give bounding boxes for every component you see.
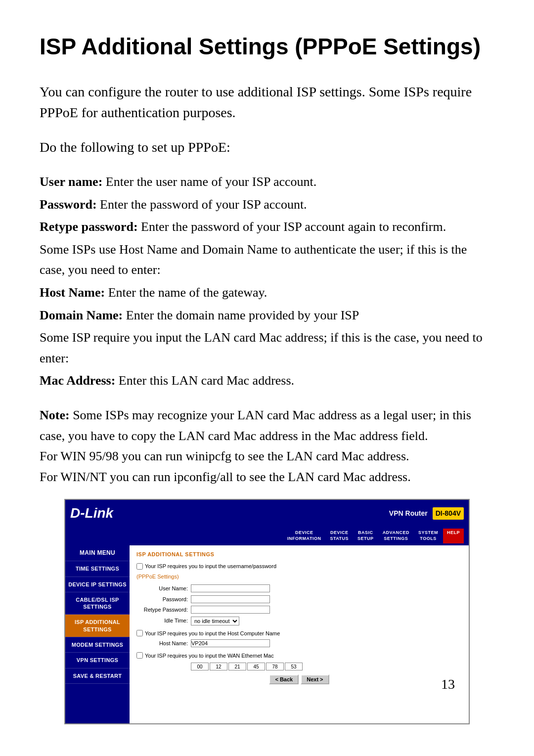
nav-device-status[interactable]: DEVICESTATUS [326,529,353,543]
mac-checkbox-label: Your ISP requires you to input the WAN E… [145,652,274,660]
dlink-logo: D-Link [70,503,113,524]
pppoe-checkbox[interactable] [136,563,143,570]
back-button[interactable]: < Back [269,674,299,684]
mac-checkbox-row: Your ISP requires you to input the WAN E… [136,652,462,660]
sidebar-item-cable-dsl[interactable]: CABLE/DSL ISP SETTINGS [65,592,130,615]
username-label: User name: [40,175,102,189]
note-section: Note: Some ISPs may recognize your LAN c… [40,405,494,487]
host-checkbox[interactable] [136,630,143,636]
mac-field-6[interactable] [285,663,303,670]
idle-time-row: Idle Time: no idle timeout 5 minutes 10 … [136,617,462,625]
idle-time-select[interactable]: no idle timeout 5 minutes 10 minutes [191,617,239,625]
win9598-text: For WIN 95/98 you can run winipcfg to se… [40,446,494,467]
router-ui-screenshot: D-Link VPN Router DI-804V DEVICEINFORMAT… [64,499,470,724]
bottom-buttons: < Back Next > [136,674,462,684]
retype-password-input[interactable] [191,606,270,614]
mac-address-row [136,663,462,670]
pppoe-checkbox-label: Your ISP requires you to input the usern… [145,562,276,571]
nav-advanced-settings[interactable]: ADVANCEDSETTINGS [379,529,413,543]
host-name-label: Host Name: [40,285,105,300]
page-title: ISP Additional Settings (PPPoE Settings) [40,30,494,64]
nav-basic-setup[interactable]: BASICSETUP [354,529,378,543]
host-name-field-label: Host Name: [136,639,191,648]
retype-password-row: Retype Password: [136,606,462,614]
pppoe-checkbox-row: Your ISP requires you to input the usern… [136,562,462,571]
instructions-section: User name: Enter the user name of your I… [40,172,494,391]
host-checkbox-row: Your ISP requires you to input the Host … [136,629,462,638]
retype-password-label: Retype password: [40,220,138,234]
router-body: Main menu TIME SETTINGS DEVICE IP SETTIN… [65,545,469,723]
vpn-router-text: VPN Router [389,508,428,519]
router-header: D-Link VPN Router DI-804V [65,500,469,527]
winnt-text: For WIN/NT you can run ipconfig/all to s… [40,467,494,488]
mac-address-label: Mac Address: [40,373,115,388]
host-name-input[interactable] [191,639,270,647]
intro-paragraph: You can configure the router to use addi… [40,82,494,123]
router-brand-right: VPN Router DI-804V [389,507,464,520]
sidebar-item-vpn[interactable]: VPN SETTINGS [65,653,130,668]
nav-device-info[interactable]: DEVICEINFORMATION [283,529,325,543]
password-input[interactable] [191,595,270,603]
password-row: Password: [136,595,462,604]
content-area: ISP Additional Settings Your ISP require… [130,545,469,723]
username-input[interactable] [191,584,270,592]
host-name-row: Host Name: [136,639,462,648]
host-intro-text: Some ISPs use Host Name and Domain Name … [40,239,494,280]
pppoe-sub-label: (PPPoE Settings) [136,573,462,581]
mac-field-5[interactable] [266,663,284,670]
retype-password-field-label: Retype Password: [136,606,191,614]
sidebar-item-isp-additional[interactable]: ISP ADDITIONAL SETTINGS [65,615,130,637]
idle-time-label: Idle Time: [136,617,191,625]
sidebar-item-main-menu[interactable]: Main menu [65,545,130,562]
password-field-label: Password: [136,595,191,604]
mac-intro-text: Some ISP require you input the LAN card … [40,327,494,368]
sidebar-item-device-ip[interactable]: DEVICE IP SETTINGS [65,577,130,592]
sidebar-item-save-restart[interactable]: SAVE & RESTART [65,668,130,684]
nav-system-tools[interactable]: SYSTEMTOOLS [414,529,442,543]
mac-field-4[interactable] [247,663,265,670]
page-number: 13 [441,674,455,695]
nav-bar: DEVICEINFORMATION DEVICESTATUS BASICSETU… [65,527,469,545]
sidebar-item-time-settings[interactable]: TIME SETTINGS [65,561,130,577]
password-label: Password: [40,197,97,212]
domain-name-label: Domain Name: [40,308,123,322]
sidebar: Main menu TIME SETTINGS DEVICE IP SETTIN… [65,545,130,723]
content-section-title: ISP Additional Settings [136,550,462,559]
do-following-paragraph: Do the following to set up PPPoE: [40,137,494,158]
username-row: User Name: [136,584,462,593]
host-checkbox-label: Your ISP requires you to input the Host … [145,629,280,638]
note-label: Note: [40,408,70,422]
mac-field-1[interactable] [191,663,209,670]
mac-field-2[interactable] [210,663,227,670]
model-badge: DI-804V [433,507,464,520]
mac-checkbox[interactable] [136,652,143,659]
username-field-label: User Name: [136,584,191,593]
sidebar-item-modem[interactable]: MODEM SETTINGS [65,637,130,653]
mac-field-3[interactable] [228,663,246,670]
next-button[interactable]: Next > [301,674,329,684]
nav-help[interactable]: HELP [443,529,464,543]
